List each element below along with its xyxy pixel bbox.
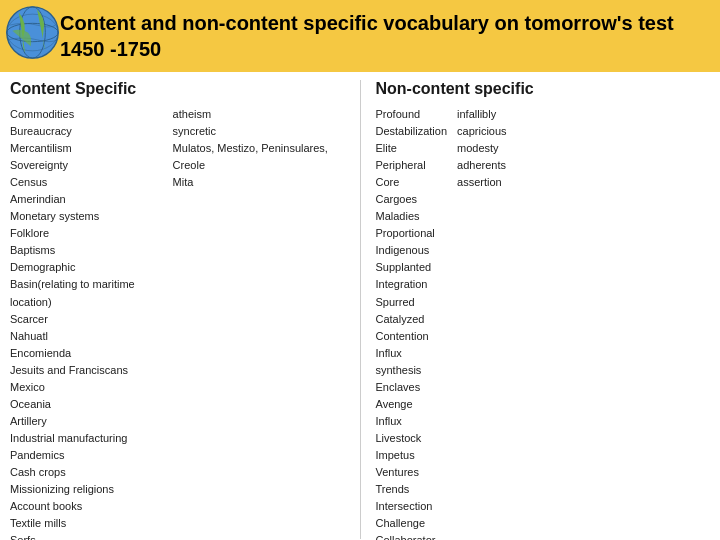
list-item: atheism	[173, 106, 345, 123]
list-item: adherents	[457, 157, 507, 174]
list-item: Destabilization	[376, 123, 448, 140]
list-item: Mercantilism	[10, 140, 163, 157]
list-item: Spurred	[376, 294, 448, 311]
list-item: Commodities	[10, 106, 163, 123]
list-item: Peripheral	[376, 157, 448, 174]
non-content-specific-heading: Non-content specific	[376, 80, 711, 100]
list-item: Textile mills	[10, 515, 163, 532]
list-item: Nahuatl	[10, 328, 163, 345]
list-item: synthesis	[376, 362, 448, 379]
list-item: Encomienda	[10, 345, 163, 362]
list-item: Account books	[10, 498, 163, 515]
non-content-specific-col2: infalliblycapriciousmodestyadherentsasse…	[457, 106, 507, 540]
list-item: Livestock	[376, 430, 448, 447]
list-item: modesty	[457, 140, 507, 157]
list-item: Proportional	[376, 225, 448, 242]
list-item: Scarcer	[10, 311, 163, 328]
list-item: Impetus	[376, 447, 448, 464]
non-content-specific-section: Non-content specific ProfoundDestabiliza…	[376, 80, 711, 539]
list-item: Cargoes	[376, 191, 448, 208]
list-item: Census	[10, 174, 163, 191]
globe-icon	[5, 5, 60, 60]
list-item: assertion	[457, 174, 507, 191]
list-item: Mulatos, Mestizo, Peninsulares, Creole	[173, 140, 345, 174]
list-item: syncretic	[173, 123, 345, 140]
list-item: Mita	[173, 174, 345, 191]
list-item: Jesuits and Franciscans	[10, 362, 163, 379]
list-item: Ventures	[376, 464, 448, 481]
list-item: Catalyzed	[376, 311, 448, 328]
page-title: Content and non-content specific vocabul…	[60, 10, 705, 62]
list-item: infallibly	[457, 106, 507, 123]
list-item: Integration	[376, 276, 448, 293]
list-item: Artillery	[10, 413, 163, 430]
list-item: Sovereignty	[10, 157, 163, 174]
header: Content and non-content specific vocabul…	[0, 0, 720, 72]
list-item: Amerindian	[10, 191, 163, 208]
list-item: Maladies	[376, 208, 448, 225]
list-item: Demographic	[10, 259, 163, 276]
non-content-specific-columns: ProfoundDestabilizationElitePeripheralCo…	[376, 106, 711, 540]
non-content-specific-col1: ProfoundDestabilizationElitePeripheralCo…	[376, 106, 448, 540]
list-item: Missionizing religions	[10, 481, 163, 498]
list-item: Elite	[376, 140, 448, 157]
list-item: Pandemics	[10, 447, 163, 464]
content-specific-section: Content Specific CommoditiesBureaucracyM…	[10, 80, 345, 539]
list-item: Avenge	[376, 396, 448, 413]
list-item: Oceania	[10, 396, 163, 413]
list-item: Serfs	[10, 532, 163, 540]
content-area: Content Specific CommoditiesBureaucracyM…	[0, 72, 720, 540]
content-specific-columns: CommoditiesBureaucracyMercantilismSovere…	[10, 106, 345, 540]
list-item: Basin(relating to maritime location)	[10, 276, 163, 310]
list-item: Industrial manufacturing	[10, 430, 163, 447]
list-item: Challenge	[376, 515, 448, 532]
list-item: Supplanted	[376, 259, 448, 276]
list-item: Cash crops	[10, 464, 163, 481]
list-item: Baptisms	[10, 242, 163, 259]
section-divider	[360, 80, 361, 539]
list-item: Monetary systems	[10, 208, 163, 225]
list-item: Intersection	[376, 498, 448, 515]
list-item: Core	[376, 174, 448, 191]
content-specific-col1: CommoditiesBureaucracyMercantilismSovere…	[10, 106, 163, 540]
list-item: Collaborator	[376, 532, 448, 540]
list-item: Profound	[376, 106, 448, 123]
content-specific-col2: atheismsyncreticMulatos, Mestizo, Penins…	[173, 106, 345, 540]
list-item: Influx	[376, 413, 448, 430]
list-item: capricious	[457, 123, 507, 140]
list-item: Indigenous	[376, 242, 448, 259]
list-item: Mexico	[10, 379, 163, 396]
list-item: Enclaves	[376, 379, 448, 396]
content-specific-heading: Content Specific	[10, 80, 345, 100]
list-item: Contention	[376, 328, 448, 345]
list-item: Bureaucracy	[10, 123, 163, 140]
list-item: Trends	[376, 481, 448, 498]
list-item: Folklore	[10, 225, 163, 242]
list-item: Influx	[376, 345, 448, 362]
